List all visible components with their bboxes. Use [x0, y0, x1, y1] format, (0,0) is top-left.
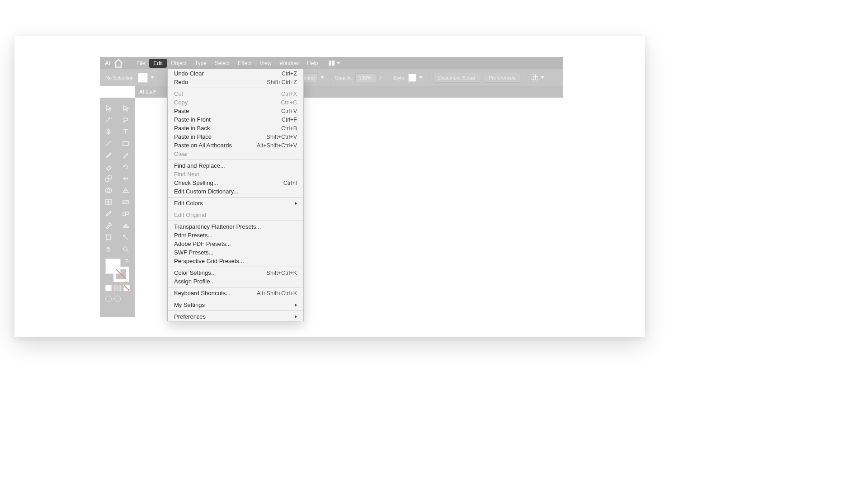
selection-tool[interactable]	[100, 102, 117, 114]
menu-effect[interactable]: Effect	[234, 59, 255, 68]
menu-separator	[168, 160, 303, 160]
menuitem-perspective-grid-presets[interactable]: Perspective Grid Presets...	[168, 257, 303, 265]
chevron-down-icon[interactable]	[419, 76, 423, 79]
menu-view[interactable]: View	[256, 59, 276, 68]
graph-tool[interactable]	[117, 220, 134, 231]
menuitem-label: Redo	[174, 79, 267, 85]
blend-tool[interactable]	[117, 208, 134, 220]
width-tool[interactable]	[117, 173, 134, 184]
menu-edit[interactable]: Edit	[149, 59, 167, 68]
menuitem-edit-custom-dictionary[interactable]: Edit Custom Dictionary...	[168, 187, 303, 196]
menuitem-paste-in-back[interactable]: Paste in BackCtrl+B	[168, 124, 303, 132]
magic-wand-tool[interactable]	[100, 114, 117, 126]
eyedropper-tool[interactable]	[100, 208, 117, 220]
menuitem-adobe-pdf-presets[interactable]: Adobe PDF Presets...	[168, 240, 303, 248]
eraser-tool[interactable]	[100, 161, 117, 173]
document-setup-button[interactable]: Document Setup	[433, 73, 480, 83]
svg-point-12	[109, 222, 110, 223]
direct-selection-tool[interactable]	[117, 102, 134, 114]
chevron-right-icon[interactable]	[379, 75, 382, 80]
menuitem-color-settings[interactable]: Color Settings...Shift+Ctrl+K	[168, 268, 303, 277]
svg-point-10	[110, 223, 111, 224]
menuitem-label: Paste	[174, 108, 281, 114]
menuitem-label: Assign Profile...	[174, 278, 297, 285]
menuitem-edit-colors[interactable]: Edit Colors	[168, 199, 303, 207]
menuitem-paste[interactable]: PasteCtrl+V	[168, 107, 303, 115]
color-mode-none-icon[interactable]	[123, 285, 130, 291]
menu-window[interactable]: Window	[275, 59, 303, 68]
home-icon[interactable]	[113, 59, 124, 67]
menuitem-keyboard-shortcuts[interactable]: Keyboard Shortcuts...Alt+Shift+Ctrl+K	[168, 289, 303, 297]
artboard-tool[interactable]	[100, 231, 117, 243]
menuitem-assign-profile[interactable]: Assign Profile...	[168, 277, 303, 286]
menu-file[interactable]: File	[132, 59, 149, 68]
menuitem-transparency-flattener-presets[interactable]: Transparency Flattener Presets...	[168, 222, 303, 231]
lasso-tool[interactable]	[117, 114, 134, 126]
svg-rect-2	[106, 178, 109, 181]
menu-help[interactable]: Help	[303, 59, 322, 68]
chevron-down-icon[interactable]	[321, 76, 324, 79]
fill-stroke-swatches[interactable]	[104, 258, 131, 282]
scale-tool[interactable]	[100, 173, 117, 184]
opacity-field[interactable]: 100%	[355, 73, 376, 82]
gradient-tool[interactable]	[117, 196, 134, 208]
menuitem-paste-in-front[interactable]: Paste in FrontCtrl+F	[168, 115, 303, 124]
type-tool-icon	[122, 127, 130, 136]
rotate-tool[interactable]	[117, 161, 134, 173]
slice-tool[interactable]	[117, 231, 134, 243]
menuitem-preferences[interactable]: Preferences	[168, 312, 303, 321]
svg-point-17	[123, 247, 127, 250]
menuitem-shortcut: Ctrl+V	[281, 108, 297, 114]
chevron-down-icon[interactable]	[151, 76, 154, 79]
symbol-sprayer-tool[interactable]	[100, 220, 117, 231]
screen-mode-icon[interactable]	[105, 296, 112, 302]
paintbrush-tool[interactable]	[100, 149, 117, 161]
artboard-tool-icon	[104, 233, 113, 241]
pencil-tool[interactable]	[117, 149, 134, 161]
menuitem-my-settings[interactable]: My Settings	[168, 301, 303, 309]
menuitem-undo-clear[interactable]: Undo ClearCtrl+Z	[168, 69, 303, 78]
menuitem-check-spelling[interactable]: Check Spelling...Ctrl+I	[168, 179, 303, 187]
chevron-right-icon	[295, 303, 297, 307]
menuitem-label: Paste in Front	[174, 116, 282, 123]
menuitem-label: Edit Original	[174, 212, 297, 218]
pen-tool[interactable]	[100, 126, 117, 137]
menuitem-swf-presets[interactable]: SWF Presets...	[168, 248, 303, 257]
hand-tool[interactable]	[100, 243, 117, 255]
line-tool[interactable]	[100, 137, 117, 149]
menu-select[interactable]: Select	[211, 59, 234, 68]
menuitem-find-and-replace[interactable]: Find and Replace...	[168, 161, 303, 170]
menu-type[interactable]: Type	[191, 59, 211, 68]
menuitem-paste-on-all-artboards[interactable]: Paste on All ArtboardsAlt+Shift+Ctrl+V	[168, 141, 303, 150]
menuitem-redo[interactable]: RedoShift+Ctrl+Z	[168, 78, 303, 86]
arrange-group[interactable]	[527, 72, 548, 84]
workspace-switcher[interactable]	[329, 61, 340, 66]
lasso-tool-icon	[122, 116, 130, 124]
style-swatch[interactable]	[408, 74, 416, 82]
color-mode-gradient-icon[interactable]	[114, 285, 121, 291]
menuitem-paste-in-place[interactable]: Paste in PlaceShift+Ctrl+V	[168, 132, 303, 141]
menuitem-label: Clear	[174, 151, 297, 157]
selection-status: No Selection	[105, 75, 133, 80]
screen-mode-icon[interactable]	[114, 296, 121, 302]
mesh-tool[interactable]	[100, 196, 117, 208]
type-tool[interactable]	[117, 126, 134, 137]
zoom-tool[interactable]	[117, 243, 134, 255]
menu-object[interactable]: Object	[167, 59, 191, 68]
menu-separator	[168, 197, 303, 198]
color-mode-solid-icon[interactable]	[105, 285, 112, 291]
perspective-tool[interactable]	[117, 184, 134, 196]
svg-point-11	[111, 225, 112, 226]
preferences-button[interactable]: Preferences	[484, 73, 520, 83]
pen-tool-icon	[104, 127, 113, 136]
fill-swatch[interactable]	[138, 73, 148, 83]
swap-fill-stroke-icon[interactable]	[124, 258, 130, 263]
chevron-right-icon	[295, 202, 297, 205]
menuitem-shortcut: Ctrl+C	[281, 99, 297, 106]
shape-builder-tool[interactable]	[100, 184, 117, 196]
menuitem-label: Color Settings...	[174, 269, 267, 276]
menuitem-print-presets[interactable]: Print Presets...	[168, 231, 303, 240]
svg-rect-16	[106, 235, 111, 240]
document-tab[interactable]: AI 1.ai*	[139, 89, 156, 94]
rectangle-tool[interactable]	[117, 137, 134, 149]
